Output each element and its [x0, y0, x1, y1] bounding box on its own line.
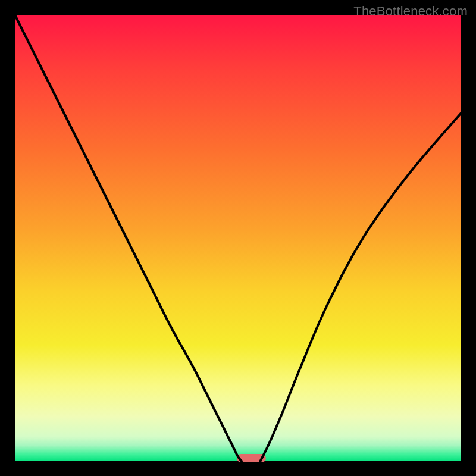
watermark-text: TheBottleneck.com [353, 4, 468, 19]
chart-svg [0, 0, 476, 476]
chart-frame: TheBottleneck.com [0, 0, 476, 476]
plot-background [15, 15, 461, 461]
